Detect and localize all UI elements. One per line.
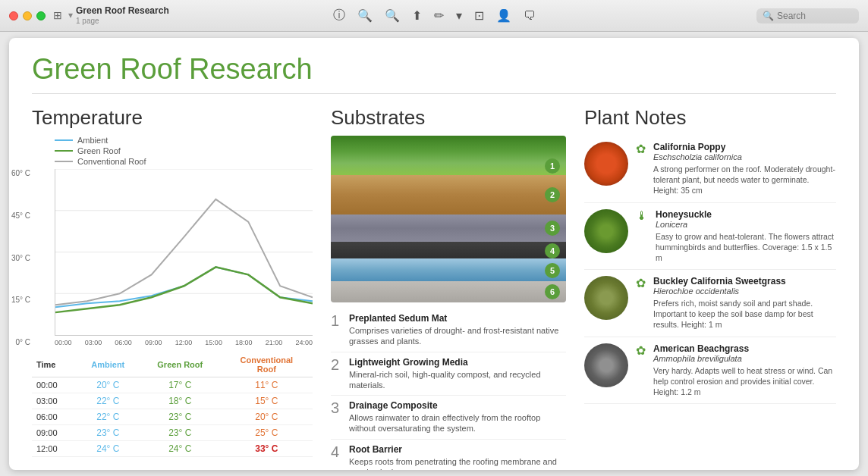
plant-scientific-name: Eschscholzia californica — [653, 152, 836, 161]
green-cell: 18° C — [140, 393, 221, 409]
header-green: Green Roof — [140, 352, 221, 377]
water-layer: 5 — [331, 258, 566, 281]
fullscreen-button[interactable] — [36, 11, 46, 20]
substrate-layers-visual: 1 2 3 4 5 6 — [331, 136, 566, 302]
main-content: Green Roof Research Temperature Ambient … — [9, 38, 859, 470]
conventional-cell: 15° C — [221, 393, 313, 409]
y-label-15: 15° C — [9, 296, 30, 304]
conventional-legend-line — [55, 161, 73, 162]
plant-text: Buckley California Sweetgrass Hierochloe… — [653, 276, 836, 330]
search-box[interactable]: 🔍 — [756, 8, 859, 23]
plant-image — [584, 209, 628, 253]
doc-title-info: Green Roof Research 1 page — [76, 5, 169, 25]
pen-chevron-icon[interactable]: ▾ — [456, 8, 462, 23]
plant-icon: ✿ — [636, 343, 646, 358]
substrate-desc: Keeps roots from penetrating the roofing… — [349, 456, 566, 470]
membrane-layer: 4 — [331, 242, 566, 258]
plant-name: California Poppy — [653, 142, 836, 152]
header-conventional: ConventionalRoof — [221, 352, 313, 377]
share-icon[interactable]: ⬆ — [412, 8, 422, 23]
plant-icon: 🌡 — [636, 209, 648, 223]
user-icon[interactable]: 👤 — [496, 8, 511, 23]
plant-item: ✿ California Poppy Eschscholzia californ… — [584, 136, 836, 203]
layer-badge-2: 2 — [545, 187, 560, 202]
substrate-desc: Mineral-rich soil, high-quality compost,… — [349, 369, 566, 391]
plant-item: 🌡 Honeysuckle Lonicera Easy to grow and … — [584, 203, 836, 271]
plant-icon: ✿ — [636, 142, 646, 156]
plant-item: ✿ Buckley California Sweetgrass Hierochl… — [584, 270, 836, 337]
green-cell: 24° C — [140, 441, 221, 457]
x-axis-labels: 00:00 03:00 06:00 09:00 12:00 15:00 18:0… — [55, 339, 313, 346]
time-cell: 03:00 — [32, 393, 77, 409]
zoom-out-icon[interactable]: 🔍 — [357, 8, 373, 23]
page-title: Green Roof Research — [32, 53, 836, 94]
minimize-button[interactable] — [23, 11, 32, 20]
x-label-24: 24:00 — [295, 339, 313, 346]
green-roof-label: Green Roof — [77, 146, 121, 155]
table-row: 06:00 22° C 23° C 20° C — [32, 409, 313, 425]
conventional-cell: 33° C — [221, 441, 313, 457]
substrate-items-list: 1 Preplanted Sedum Mat Comprises varieti… — [331, 308, 566, 470]
document-title: Green Roof Research — [76, 5, 169, 16]
chart-container: 60° C 45° C 30° C 15° C 0° C — [32, 169, 313, 346]
ambient-cell: 20° C — [77, 377, 140, 393]
plant-icon-area: ✿ — [636, 276, 646, 290]
green-cell: 23° C — [140, 425, 221, 441]
y-label-30: 30° C — [9, 254, 30, 262]
chart-svg — [55, 169, 313, 335]
comments-icon[interactable]: 🗨 — [524, 9, 536, 23]
plant-text: California Poppy Eschscholzia californic… — [653, 142, 836, 196]
substrate-desc: Comprises varieties of drought- and fros… — [349, 325, 566, 347]
substrate-title: Preplanted Sedum Mat — [349, 313, 566, 324]
plant-item: ✿ American Beachgrass Ammophila brevilig… — [584, 337, 836, 405]
plant-name: American Beachgrass — [653, 343, 836, 354]
substrate-text: Preplanted Sedum Mat Comprises varieties… — [349, 313, 566, 347]
y-axis-labels: 60° C 45° C 30° C 15° C 0° C — [9, 169, 30, 346]
y-label-45: 45° C — [9, 211, 30, 220]
temperature-table: Time Ambient Green Roof ConventionalRoof… — [32, 352, 313, 457]
x-label-21: 21:00 — [266, 339, 283, 346]
x-label-15: 15:00 — [205, 339, 222, 346]
gravel-layer: 3 — [331, 215, 566, 242]
concrete-layer: 6 — [331, 281, 566, 302]
zoom-in-icon[interactable]: 🔍 — [385, 8, 400, 23]
substrate-text: Lightweight Growing Media Mineral-rich s… — [349, 357, 566, 391]
legend-ambient: Ambient — [55, 136, 313, 145]
time-cell: 00:00 — [32, 377, 77, 393]
sidebar-toggle-icon[interactable]: ⊞ — [53, 9, 62, 21]
layer-badge-5: 5 — [545, 263, 560, 278]
plant-scientific-name: Hierochloe occidentalis — [653, 287, 836, 296]
document-pages: 1 page — [76, 17, 169, 26]
plant-description: Easy to grow and heat-tolerant. The flow… — [656, 231, 836, 264]
plant-list: ✿ California Poppy Eschscholzia californ… — [584, 136, 836, 404]
substrates-title: Substrates — [331, 106, 566, 130]
y-label-60: 60° C — [9, 169, 30, 177]
legend-green-roof: Green Roof — [55, 146, 313, 155]
ambient-label: Ambient — [77, 136, 108, 145]
close-button[interactable] — [9, 11, 18, 20]
plant-icon-area: ✿ — [636, 142, 646, 156]
substrate-item: 1 Preplanted Sedum Mat Comprises varieti… — [331, 308, 566, 352]
plant-name: Honeysuckle — [656, 209, 836, 220]
table-row: 09:00 23° C 23° C 25° C — [32, 425, 313, 441]
layout-icon[interactable]: ⊡ — [474, 8, 484, 23]
chevron-down-icon[interactable]: ▾ — [68, 10, 73, 20]
y-label-0: 0° C — [9, 338, 30, 346]
substrate-number: 1 — [331, 313, 343, 347]
substrate-title: Drainage Composite — [349, 400, 566, 411]
ambient-cell: 24° C — [77, 441, 140, 457]
substrate-item: 4 Root Barrier Keeps roots from penetrat… — [331, 440, 566, 470]
plant-scientific-name: Lonicera — [656, 220, 836, 229]
chart-legend: Ambient Green Roof Conventional Roof — [55, 136, 313, 166]
plant-icon-area: ✿ — [636, 343, 646, 358]
plant-icon: ✿ — [636, 276, 646, 290]
plant-text: Honeysuckle Lonicera Easy to grow and he… — [656, 209, 836, 264]
info-icon[interactable]: ⓘ — [333, 8, 345, 23]
pen-icon[interactable]: ✏ — [434, 8, 444, 23]
ambient-cell: 22° C — [77, 393, 140, 409]
substrate-item: 3 Drainage Composite Allows rainwater to… — [331, 396, 566, 440]
layer-badge-1: 1 — [545, 158, 560, 174]
substrate-number: 4 — [331, 444, 343, 470]
substrate-text: Drainage Composite Allows rainwater to d… — [349, 400, 566, 434]
search-input[interactable] — [777, 11, 853, 21]
